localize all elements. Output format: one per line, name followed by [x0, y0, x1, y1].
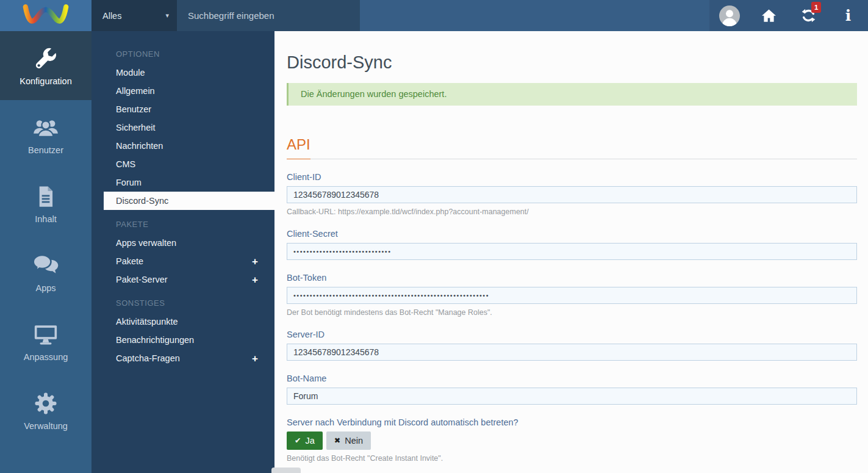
yes-no-toggle: ✔ Ja ✖ Nein: [287, 431, 857, 450]
topbar-spacer: [360, 0, 709, 31]
gear-icon: [34, 391, 58, 416]
wrench-icon: [34, 46, 58, 71]
sync-button[interactable]: 1: [789, 0, 828, 31]
top-bar: Alles ▾: [0, 0, 868, 31]
menu-item-allgemein[interactable]: Allgemein: [91, 82, 274, 100]
bot-token-input[interactable]: ••••••••••••••••••••••••••••••••••••••••…: [287, 287, 857, 304]
menu-item-captcha-fragen[interactable]: Captcha-Fragen +: [91, 349, 274, 367]
plus-icon[interactable]: +: [252, 275, 258, 285]
bot-token-field: Bot-Token ••••••••••••••••••••••••••••••…: [287, 273, 857, 317]
sidebar-item-label: Benutzer: [28, 145, 63, 155]
search-scope-dropdown[interactable]: Alles ▾: [91, 0, 177, 31]
field-help: Benötigt das Bot-Recht "Create Instant I…: [287, 454, 857, 463]
page-title: Discord-Sync: [287, 52, 857, 73]
config-submenu: OPTIONEN Module Allgemein Benutzer Siche…: [91, 31, 274, 473]
x-icon: ✖: [334, 437, 340, 445]
main-sidebar: Konfiguration Benutzer: [0, 31, 91, 473]
search-input[interactable]: [177, 10, 360, 21]
menu-item-nachrichten[interactable]: Nachrichten: [91, 137, 274, 155]
menu-item-aktivitaetspunkte[interactable]: Aktivitätspunkte: [91, 312, 274, 331]
no-button[interactable]: ✖ Nein: [326, 431, 371, 450]
search-box: [177, 0, 360, 31]
bot-name-field: Bot-Name Forum: [287, 374, 857, 405]
sidebar-item-inhalt[interactable]: Inhalt: [0, 169, 91, 238]
client-secret-input[interactable]: ••••••••••••••••••••••••••••••: [287, 243, 857, 260]
menu-item-benachrichtigungen[interactable]: Benachrichtigungen: [91, 331, 274, 349]
app-logo[interactable]: [0, 0, 91, 31]
check-icon: ✔: [295, 437, 301, 445]
bot-name-input[interactable]: Forum: [287, 388, 857, 405]
comments-icon: [32, 253, 59, 278]
home-icon: [761, 7, 777, 24]
avatar-icon: [719, 5, 740, 26]
info-icon: i: [845, 8, 852, 23]
menu-item-benutzer[interactable]: Benutzer: [91, 100, 274, 118]
info-button[interactable]: i: [828, 0, 868, 31]
topbar-icons: 1 i: [709, 0, 868, 31]
desktop-icon: [33, 322, 59, 347]
menu-item-forum[interactable]: Forum: [91, 173, 274, 192]
yes-button[interactable]: ✔ Ja: [287, 431, 323, 450]
menu-section-title-pakete: PAKETE: [91, 220, 274, 229]
plus-icon[interactable]: +: [252, 353, 258, 364]
main-content: Discord-Sync Die Änderungen wurden gespe…: [274, 31, 868, 473]
section-title: API: [287, 136, 857, 159]
sidebar-item-label: Verwaltung: [24, 421, 68, 431]
menu-item-cms[interactable]: CMS: [91, 155, 274, 173]
field-label: Server nach Verbindung mit Discord autom…: [287, 417, 857, 427]
sidebar-item-label: Anpassung: [24, 352, 68, 362]
field-label: Client-Secret: [287, 229, 857, 239]
sidebar-item-label: Apps: [35, 283, 56, 293]
menu-item-sicherheit[interactable]: Sicherheit: [91, 118, 274, 137]
sidebar-item-apps[interactable]: Apps: [0, 238, 91, 307]
server-id-input[interactable]: 123456789012345678: [287, 344, 857, 361]
sidebar-item-konfiguration[interactable]: Konfiguration: [0, 31, 91, 100]
sidebar-item-label: Inhalt: [35, 214, 56, 224]
sidebar-item-anpassung[interactable]: Anpassung: [0, 307, 91, 376]
chevron-down-icon: ▾: [165, 12, 169, 20]
users-icon: [32, 115, 59, 140]
success-message: Die Änderungen wurden gespeichert.: [287, 83, 857, 106]
scroll-edge-artifact: [271, 468, 301, 473]
client-id-input[interactable]: 123456789012345678: [287, 186, 857, 203]
plus-icon[interactable]: +: [252, 256, 258, 267]
field-help: Callback-URL: https://example.tld/wcf/in…: [287, 208, 857, 216]
client-id-field: Client-ID 123456789012345678 Callback-UR…: [287, 172, 857, 216]
sidebar-item-label: Konfiguration: [20, 76, 71, 86]
auto-join-field: Server nach Verbindung mit Discord autom…: [287, 417, 857, 463]
notification-badge: 1: [811, 2, 821, 13]
menu-item-paket-server[interactable]: Paket-Server +: [91, 270, 274, 289]
server-id-field: Server-ID 123456789012345678: [287, 330, 857, 361]
file-text-icon: [34, 184, 57, 209]
menu-section-title-sonstiges: SONSTIGES: [91, 298, 274, 308]
user-avatar[interactable]: [709, 0, 749, 31]
field-label: Client-ID: [287, 172, 857, 182]
field-label: Bot-Token: [287, 273, 857, 283]
search-scope-value: Alles: [102, 11, 121, 21]
woltlab-logo-icon: [20, 1, 71, 31]
sidebar-item-benutzer[interactable]: Benutzer: [0, 100, 91, 169]
menu-item-pakete[interactable]: Pakete +: [91, 252, 274, 270]
field-help: Der Bot benötigt mindestens das Bot-Rech…: [287, 308, 857, 317]
menu-item-module[interactable]: Module: [91, 63, 274, 82]
field-label: Bot-Name: [287, 374, 857, 383]
sidebar-item-verwaltung[interactable]: Verwaltung: [0, 376, 91, 445]
client-secret-field: Client-Secret ••••••••••••••••••••••••••…: [287, 229, 857, 260]
home-button[interactable]: [749, 0, 789, 31]
field-label: Server-ID: [287, 330, 857, 339]
menu-item-discord-sync[interactable]: Discord-Sync: [104, 192, 274, 210]
menu-section-title-optionen: OPTIONEN: [91, 49, 274, 59]
menu-item-apps-verwalten[interactable]: Apps verwalten: [91, 234, 274, 252]
